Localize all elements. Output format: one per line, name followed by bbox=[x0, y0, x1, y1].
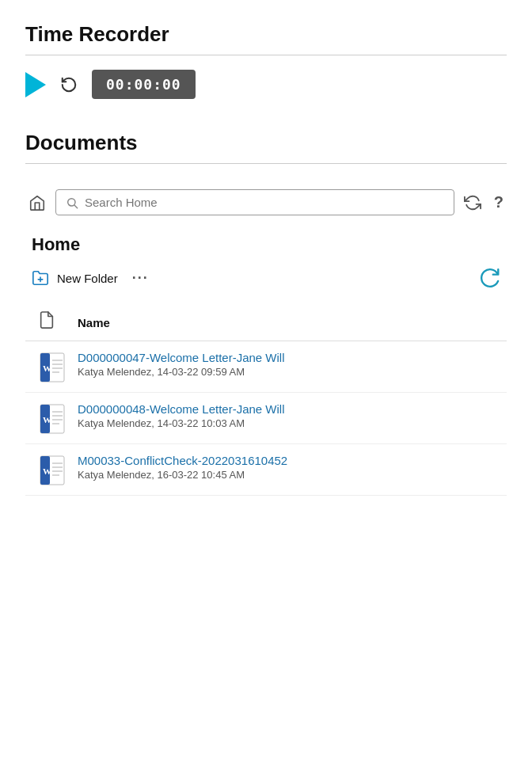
time-recorder-divider bbox=[25, 55, 507, 55]
file-meta: Katya Melendez, 16-03-22 10:45 AM bbox=[78, 469, 245, 481]
search-icon bbox=[66, 196, 78, 209]
play-icon bbox=[25, 72, 46, 97]
more-options-button[interactable]: ··· bbox=[132, 270, 149, 287]
file-list-header: Name bbox=[25, 304, 507, 341]
word-doc-icon: W bbox=[40, 352, 65, 382]
file-icon-wrapper: W bbox=[38, 352, 66, 382]
home-button[interactable] bbox=[25, 191, 49, 215]
help-button[interactable]: ? bbox=[491, 190, 507, 215]
action-bar: New Folder ··· bbox=[25, 268, 507, 304]
search-input[interactable] bbox=[85, 196, 444, 209]
file-details: D000000048-Welcome Letter-Jane Will Katy… bbox=[78, 402, 494, 430]
timer-controls: 00:00:00 bbox=[25, 70, 507, 99]
documents-section: Documents bbox=[0, 115, 532, 496]
sync-icon bbox=[464, 194, 481, 211]
doc-toolbar: ? bbox=[25, 178, 507, 226]
refresh-icon bbox=[480, 268, 500, 288]
svg-text:W: W bbox=[43, 363, 51, 373]
file-name[interactable]: D000000048-Welcome Letter-Jane Will bbox=[78, 402, 494, 416]
time-recorder-title: Time Recorder bbox=[25, 22, 507, 47]
svg-line-1 bbox=[74, 205, 78, 208]
new-folder-icon bbox=[32, 269, 49, 287]
home-icon bbox=[28, 194, 46, 211]
file-name[interactable]: D000000047-Welcome Letter-Jane Will bbox=[78, 351, 494, 364]
time-recorder-section: Time Recorder 00:00:00 bbox=[0, 0, 532, 115]
svg-text:W: W bbox=[43, 466, 51, 476]
file-icon-wrapper: W bbox=[38, 455, 66, 485]
refresh-button[interactable] bbox=[480, 268, 500, 288]
file-name[interactable]: M00033-ConflictCheck-2022031610452 bbox=[78, 454, 494, 467]
sync-button[interactable] bbox=[461, 191, 484, 215]
table-row[interactable]: W D000000047-Welcome Letter-Jane Will Ka… bbox=[25, 341, 507, 393]
timer-display: 00:00:00 bbox=[92, 70, 196, 99]
word-doc-icon: W bbox=[40, 404, 65, 434]
file-list: W D000000047-Welcome Letter-Jane Will Ka… bbox=[25, 341, 507, 496]
file-details: M00033-ConflictCheck-2022031610452 Katya… bbox=[78, 454, 494, 481]
documents-divider bbox=[25, 163, 507, 164]
file-details: D000000047-Welcome Letter-Jane Will Katy… bbox=[78, 351, 494, 379]
table-row[interactable]: W D000000048-Welcome Letter-Jane Will Ka… bbox=[25, 393, 507, 444]
file-icon-col bbox=[38, 310, 66, 334]
new-folder-label: New Folder bbox=[57, 272, 118, 285]
file-icon-wrapper: W bbox=[38, 404, 66, 434]
svg-text:W: W bbox=[43, 415, 51, 424]
search-box[interactable] bbox=[55, 189, 454, 215]
file-meta: Katya Melendez, 14-03-22 09:59 AM bbox=[78, 366, 245, 378]
documents-title: Documents bbox=[25, 131, 507, 155]
file-header-icon bbox=[38, 310, 55, 331]
name-column-header: Name bbox=[78, 316, 110, 329]
file-meta: Katya Melendez, 14-03-22 10:03 AM bbox=[78, 417, 245, 429]
word-doc-icon: W bbox=[40, 455, 65, 485]
reset-button[interactable] bbox=[60, 76, 78, 93]
table-row[interactable]: W M00033-ConflictCheck-2022031610452 Kat… bbox=[25, 444, 507, 496]
play-button[interactable] bbox=[25, 72, 46, 97]
reset-icon bbox=[60, 76, 78, 93]
new-folder-button[interactable]: New Folder bbox=[32, 269, 118, 287]
home-heading: Home bbox=[25, 226, 507, 268]
app-container: Time Recorder 00:00:00 Documents bbox=[0, 0, 532, 496]
